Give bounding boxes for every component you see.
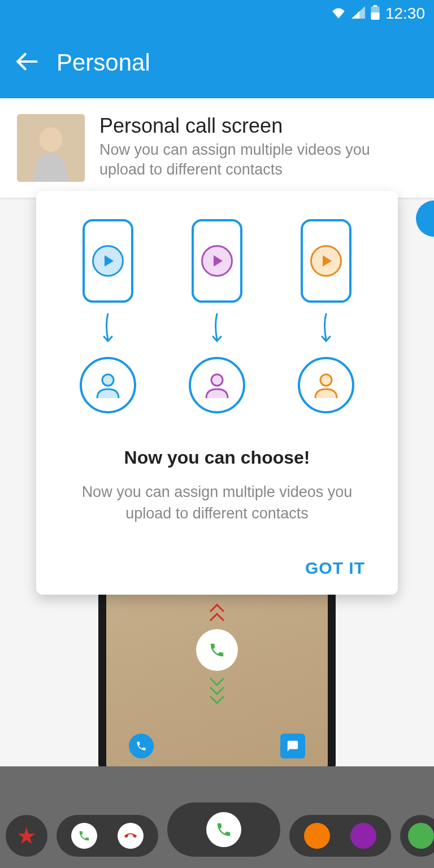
- battery-icon: [371, 5, 380, 22]
- header-thumbnail: [17, 114, 85, 182]
- illus-phone-purple: [192, 219, 242, 303]
- svg-point-6: [102, 374, 114, 386]
- balloon-icon: [304, 823, 330, 849]
- onboarding-dialog: Now you can choose! Now you can assign m…: [36, 191, 398, 595]
- preview-sms-icon: [280, 734, 305, 758]
- person-icon-orange: [298, 357, 354, 413]
- svg-rect-1: [371, 12, 379, 20]
- app-bar: Personal: [0, 27, 434, 98]
- fab-peek[interactable]: [416, 200, 434, 237]
- svg-point-5: [40, 127, 62, 152]
- accept-icon: [71, 823, 97, 849]
- back-icon[interactable]: [16, 50, 38, 75]
- play-icon: [310, 245, 342, 277]
- status-bar: 12:30: [0, 0, 434, 27]
- status-time: 12:30: [385, 5, 425, 23]
- theme-option-1[interactable]: [57, 815, 158, 857]
- theme-toolbar[interactable]: ★: [0, 766, 434, 868]
- wifi-icon: [331, 6, 346, 21]
- swipe-down-icon: [209, 677, 225, 704]
- dialog-body: Now you can assign multiple videos you u…: [53, 482, 381, 525]
- app-bar-title: Personal: [57, 49, 150, 76]
- svg-rect-2: [374, 5, 377, 7]
- arrow-down-icon: [209, 313, 225, 347]
- header-title: Personal call screen: [99, 114, 417, 138]
- header-subtitle: Now you can assign multiple videos you u…: [99, 140, 417, 180]
- theme-favorite[interactable]: ★: [6, 815, 47, 857]
- theme-option-selected[interactable]: [167, 802, 280, 857]
- signal-icon: [351, 6, 365, 21]
- swipe-up-icon: [209, 604, 225, 622]
- svg-point-8: [320, 374, 332, 386]
- play-icon: [201, 245, 233, 277]
- balloon-icon: [350, 823, 376, 849]
- dialog-title: Now you can choose!: [53, 447, 381, 468]
- person-icon-blue: [80, 357, 136, 413]
- illus-phone-blue: [83, 219, 133, 303]
- theme-option-3[interactable]: [400, 815, 434, 857]
- play-icon: [92, 245, 124, 277]
- illus-phone-orange: [301, 219, 351, 303]
- balloon-icon: [408, 823, 434, 849]
- personal-header-card: Personal call screen Now you can assign …: [0, 98, 434, 198]
- got-it-button[interactable]: GOT IT: [305, 559, 365, 578]
- arrow-down-icon: [99, 313, 116, 347]
- preview-call-icon: [129, 734, 154, 758]
- incoming-call-button: [196, 629, 238, 671]
- star-icon: ★: [16, 823, 37, 849]
- svg-point-7: [211, 374, 223, 386]
- accept-icon: [206, 812, 241, 847]
- arrow-down-icon: [318, 313, 335, 347]
- dialog-illustration: [53, 219, 381, 413]
- person-icon-purple: [189, 357, 245, 413]
- theme-option-2[interactable]: [289, 815, 391, 857]
- decline-icon: [118, 823, 144, 849]
